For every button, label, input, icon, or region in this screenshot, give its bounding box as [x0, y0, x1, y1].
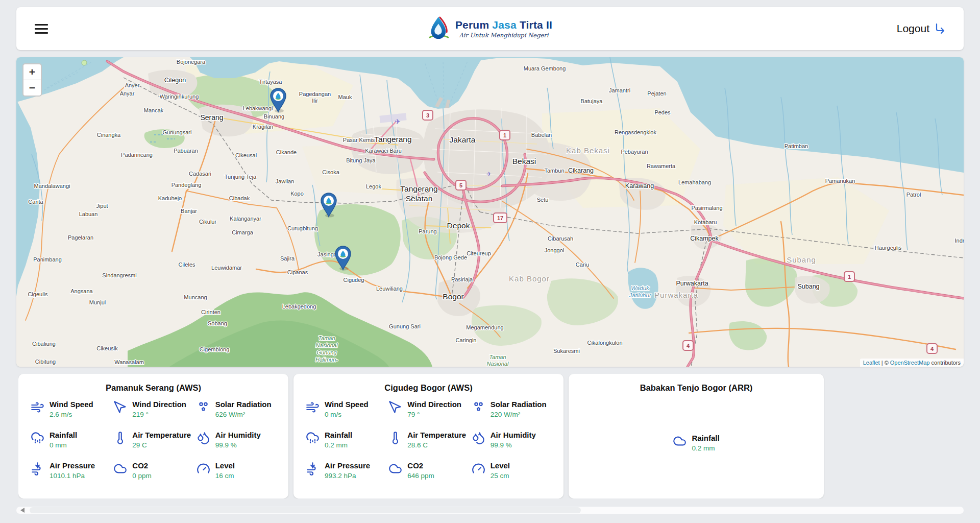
metric-value: 0.2 mm	[692, 444, 719, 452]
metric-value: 0 m/s	[325, 411, 369, 418]
map-place-label: Patimban	[785, 143, 808, 149]
svg-text:5: 5	[459, 182, 462, 188]
metric-label: Air Pressure	[325, 461, 370, 470]
road-shield: 1	[500, 130, 510, 140]
svg-text:1: 1	[503, 132, 506, 138]
metric-value: 646 ppm	[407, 472, 434, 480]
map-place-label: Jatiluhur	[628, 292, 652, 298]
openstreetmap-link[interactable]: OpenStreetMap	[890, 360, 930, 366]
map-place-label: Nasional	[316, 342, 338, 348]
app-header: Perum Jasa Tirta II Air Untuk Menghidupi…	[16, 7, 964, 50]
air-pressure-icon	[31, 462, 44, 476]
metric-air-pressure: Air Pressure993.2 hPa	[306, 461, 385, 480]
rainfall-cloud-icon	[673, 434, 687, 448]
map-place-label: Sindangresmi	[102, 272, 136, 278]
scroll-left-arrow[interactable]	[20, 508, 24, 513]
map-place-label: Tambun	[544, 168, 564, 174]
metric-value: 99.9 %	[215, 441, 261, 449]
road-shield: 3	[423, 110, 433, 120]
map-place-label: Anyar	[120, 90, 135, 97]
map-place-label: Lebakgedong	[282, 303, 316, 310]
metric-label: CO2	[132, 461, 152, 470]
zoom-out-button[interactable]: −	[23, 80, 41, 96]
air-temperature-icon	[113, 431, 127, 445]
rainfall-icon	[31, 431, 44, 445]
metric-label: CO2	[407, 461, 434, 470]
map-place-label: Kab Bogor	[509, 274, 550, 283]
map-place-label: Jasinga	[317, 251, 337, 257]
map-place-label: Cibadak	[229, 195, 250, 201]
map-place-label: Pasirmalang	[691, 205, 722, 211]
metric-label: Air Temperature	[407, 431, 466, 440]
map-place-label: Purwakarta	[654, 291, 698, 299]
map-place-label: Taman	[489, 354, 506, 360]
metric-value: 99.9 %	[491, 441, 536, 449]
map-place-label: Selatan	[406, 194, 433, 203]
map-place-label: Megamendung	[466, 324, 503, 330]
map-place-label: Cirinten	[201, 309, 220, 315]
map-place-label: Padarincang	[121, 152, 153, 158]
solar-radiation-icon	[472, 400, 485, 414]
airport-icon: ✈	[486, 171, 492, 178]
map-place-label: Gunungsari	[163, 129, 192, 135]
logout-label: Logout	[897, 22, 929, 35]
metric-label: Rainfall	[50, 431, 77, 440]
map[interactable]: ✈ ✈ JakartaTangerangBekasiTangerangSelat…	[16, 57, 964, 367]
scroll-thumb[interactable]	[30, 507, 581, 513]
rainfall-icon	[306, 431, 320, 445]
map-place-label: Subang	[787, 255, 816, 264]
metric-label: Air Pressure	[50, 461, 95, 470]
map-place-label: Cikalongkulon	[587, 340, 622, 346]
metric-label: Level	[215, 461, 235, 470]
map-place-label: Muncang	[184, 294, 207, 300]
road-shield: 17	[494, 213, 507, 223]
leaflet-link[interactable]: Leaflet	[863, 360, 880, 366]
map-place-label: Bitung Jaya	[346, 157, 376, 163]
map-place-label: Nasional	[487, 361, 509, 367]
station-title: Cigudeg Bogor (AWS)	[293, 383, 564, 393]
metric-air-temperature: Air Temperature28.6 C	[388, 431, 468, 449]
metric-label: Wind Speed	[50, 400, 93, 409]
map-place-label: Cikande	[276, 149, 297, 155]
air-humidity-icon	[472, 431, 485, 445]
map-place-label: Carita	[28, 199, 43, 205]
metric-label: Solar Radiation	[215, 400, 272, 409]
map-place-label: Karawang	[625, 182, 654, 189]
map-place-label: Lemahabang	[678, 179, 711, 185]
map-place-label: Cinangka	[97, 132, 121, 138]
map-place-label: Caringin	[456, 337, 477, 343]
metric-level: Level16 cm	[197, 461, 276, 480]
metric-value: 25 cm	[491, 472, 510, 480]
metric-value: 2.6 m/s	[50, 411, 93, 418]
horizontal-scrollbar[interactable]	[16, 507, 964, 514]
logo-tagline: Air Untuk Menghidupi Negeri	[455, 32, 552, 39]
map-island	[82, 60, 87, 65]
water-drop-logo-icon	[428, 15, 450, 42]
map-place-label: Jawilan	[276, 178, 295, 184]
company-name: Perum Jasa Tirta II	[455, 19, 552, 31]
map-place-label: Kaduhejo	[158, 195, 182, 201]
menu-button[interactable]	[31, 20, 52, 38]
co2-icon	[113, 462, 127, 476]
map-place-label: Cigudeg	[344, 277, 364, 283]
map-place-label: Subang	[797, 283, 819, 290]
road-shield: 4	[683, 341, 693, 350]
logout-button[interactable]: Logout	[894, 22, 949, 35]
map-place-label: Muara Gembong	[524, 65, 566, 72]
stations-row: Pamanuk Serang (AWS)Wind Speed2.6 m/sWin…	[18, 374, 964, 498]
map-place-label: Kotabaru	[694, 219, 717, 225]
map-place-label: Mandalawangi	[34, 183, 70, 189]
map-place-label: Cikeusik	[96, 345, 118, 351]
station-metrics: Rainfall0.2 mm	[569, 400, 824, 498]
station-card: Cigudeg Bogor (AWS)Wind Speed0 m/sWind D…	[293, 374, 564, 498]
map-place-label: Sajira	[280, 255, 295, 262]
road-shield: 4	[927, 344, 937, 353]
zoom-in-button[interactable]: +	[23, 64, 41, 80]
map-place-label: Serang	[200, 113, 223, 122]
map-canvas[interactable]: ✈ ✈ JakartaTangerangBekasiTangerangSelat…	[16, 57, 964, 367]
map-place-label: Cileles	[178, 262, 195, 268]
map-place-label: Cilegon	[164, 77, 186, 84]
metric-value: 0.2 mm	[325, 441, 352, 449]
map-place-label: Babelan	[531, 132, 552, 138]
metric-solar-radiation: Solar Radiation220 W/m²	[472, 400, 551, 418]
